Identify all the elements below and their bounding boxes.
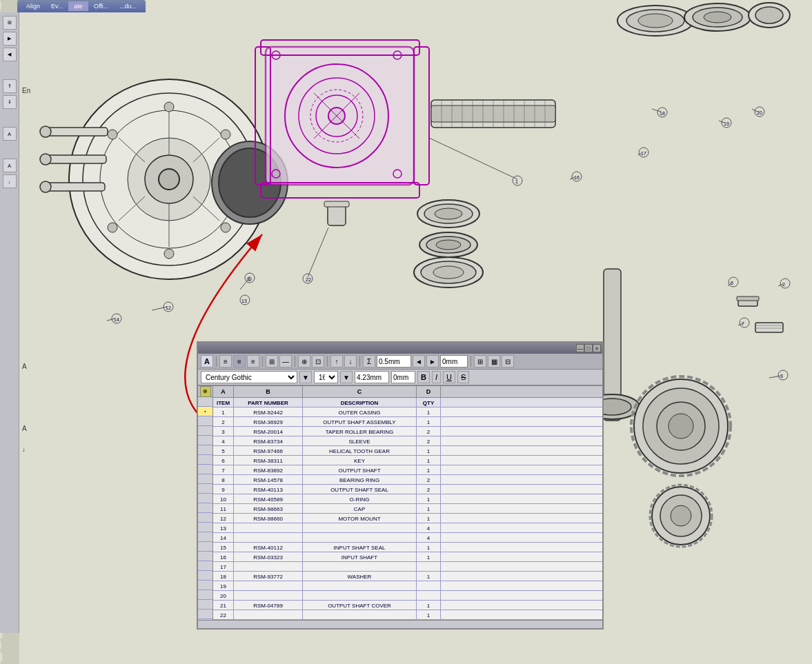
arrow-down-btn[interactable]: ↓ bbox=[344, 355, 357, 368]
stepper-up[interactable]: ► bbox=[426, 355, 439, 368]
sidebar-btn-8[interactable]: ↓ bbox=[3, 174, 17, 188]
sidebar-btn-1[interactable]: ⊞ bbox=[3, 16, 17, 30]
strikethrough-button[interactable]: S bbox=[457, 371, 469, 383]
svg-rect-61 bbox=[46, 128, 108, 136]
sidebar-btn-2[interactable]: ▶ bbox=[3, 32, 17, 46]
col-header-row: A B C D bbox=[213, 386, 602, 398]
sep5 bbox=[359, 356, 360, 367]
table-row[interactable]: 3 RSM-20014 TAPER ROLLER BEARING 2 bbox=[213, 427, 602, 436]
corner-grab[interactable]: ⊕ bbox=[200, 386, 211, 397]
table-row[interactable]: 2 RSM-36929 OUTPUT SHAFT ASSEMBLY 1 bbox=[213, 417, 602, 427]
font-size-select[interactable]: 16 bbox=[314, 371, 338, 383]
cell-part-10: RSM-46589 bbox=[234, 494, 303, 504]
row-numbers: ⊕ • bbox=[198, 386, 213, 620]
offset-input[interactable] bbox=[391, 371, 415, 383]
kerning-input[interactable] bbox=[440, 355, 468, 368]
table-row[interactable]: 10 RSM-46589 O-RING 1 bbox=[213, 494, 602, 504]
arrow-up-btn[interactable]: ↑ bbox=[330, 355, 343, 368]
panel-minimize-btn[interactable]: — bbox=[576, 344, 584, 352]
table-row[interactable]: 15 RSM-40112 INPUT SHAFT SEAL 1 bbox=[213, 543, 602, 552]
tab-ate[interactable]: ate bbox=[68, 1, 88, 11]
table-row[interactable]: 22 1 bbox=[213, 610, 602, 620]
header-qty-cell: QTY bbox=[417, 398, 441, 408]
tab-ev[interactable]: Ev... bbox=[46, 1, 68, 11]
rn-19 bbox=[198, 581, 212, 590]
table-row[interactable]: 11 RSM-98663 CAP 1 bbox=[213, 504, 602, 514]
sidebar-btn-3[interactable]: ◀ bbox=[3, 48, 17, 61]
table-row[interactable]: 8 RSM-14578 BEARING RING 2 bbox=[213, 475, 602, 485]
tab-align[interactable]: Align bbox=[21, 1, 46, 11]
cell-qty-19 bbox=[417, 581, 441, 591]
cell-part-11: RSM-98663 bbox=[234, 504, 303, 514]
sidebar-btn-4[interactable]: ⇑ bbox=[3, 79, 17, 93]
sidebar-btn-7[interactable]: A bbox=[3, 159, 17, 172]
table-style-btn2[interactable]: ▦ bbox=[488, 355, 500, 368]
line-spacing-input[interactable] bbox=[377, 355, 411, 368]
stepper-down[interactable]: ◄ bbox=[413, 355, 425, 368]
underline-button[interactable]: U bbox=[443, 371, 455, 383]
h-scrollbar[interactable] bbox=[198, 620, 602, 628]
svg-text:6: 6 bbox=[731, 281, 733, 285]
justify-btn[interactable]: ⊞ bbox=[266, 355, 278, 368]
cell-part-1: RSM-92442 bbox=[234, 408, 303, 417]
svg-point-74 bbox=[755, 7, 783, 23]
table-row[interactable]: 13 4 bbox=[213, 523, 602, 533]
sum-btn[interactable]: Σ bbox=[363, 355, 375, 368]
italic-button[interactable]: I bbox=[432, 371, 441, 383]
svg-text:⑮: ⑮ bbox=[247, 276, 252, 281]
minus-btn[interactable]: — bbox=[279, 355, 292, 368]
font-name-dropdown-btn[interactable]: ▼ bbox=[299, 371, 312, 383]
cell-part-22 bbox=[234, 610, 303, 620]
table-row[interactable]: 7 RSM-83892 OUTPUT SHAFT 1 bbox=[213, 465, 602, 475]
table-row[interactable]: 19 bbox=[213, 581, 602, 591]
cell-desc-8: BEARING RING bbox=[303, 475, 417, 485]
font-name-select[interactable]: Century Gothic bbox=[201, 371, 297, 383]
svg-point-81 bbox=[669, 414, 693, 439]
table-row[interactable]: 18 RSM-93772 WASHER 1 bbox=[213, 572, 602, 581]
table-row[interactable]: 5 RSM-97466 HELICAL TOOTH GEAR 1 bbox=[213, 446, 602, 456]
panel-titlebar[interactable]: — □ × bbox=[198, 343, 602, 354]
rn-22 bbox=[198, 610, 212, 619]
height-input[interactable] bbox=[355, 371, 389, 383]
table-row[interactable]: 12 RSM-98660 MOTOR MOUNT 1 bbox=[213, 514, 602, 523]
align-center-btn[interactable]: ≡ bbox=[233, 355, 246, 368]
svg-point-6 bbox=[159, 169, 179, 190]
sidebar-btn-5[interactable]: ⇓ bbox=[3, 95, 17, 109]
tab-offi[interactable]: Offi... bbox=[88, 1, 114, 11]
cell-qty-21: 1 bbox=[417, 601, 441, 610]
table-row[interactable]: 4 RSM-83734 SLEEVE 2 bbox=[213, 436, 602, 446]
sep3 bbox=[295, 356, 295, 367]
table-row[interactable]: 20 bbox=[213, 591, 602, 601]
cell-qty-7: 1 bbox=[417, 465, 441, 475]
cell-item-7: 7 bbox=[213, 465, 234, 475]
table-row[interactable]: 16 RSM-03323 INPUT SHAFT 1 bbox=[213, 552, 602, 562]
drawing-area: 1 22 12 14 ⑮ 13 6 7 3 2 bbox=[0, 0, 812, 664]
table-row[interactable]: 14 4 bbox=[213, 533, 602, 543]
tab-extra[interactable]: ...du... bbox=[114, 1, 142, 11]
bold-button[interactable]: B bbox=[417, 371, 430, 383]
table-header-data-row[interactable]: ITEM PART NUMBER DESCRIPTION QTY bbox=[213, 398, 602, 408]
font-size-dropdown-btn[interactable]: ▼ bbox=[340, 371, 353, 383]
sidebar-btn-6[interactable]: A bbox=[3, 127, 17, 141]
table-row[interactable]: 17 bbox=[213, 562, 602, 572]
panel-close-btn[interactable]: × bbox=[593, 344, 601, 352]
svg-text:↓: ↓ bbox=[22, 445, 26, 453]
symbol-btn1[interactable]: ⊕ bbox=[298, 355, 310, 368]
format-btn[interactable]: A bbox=[201, 355, 213, 368]
svg-point-57 bbox=[436, 240, 461, 250]
table-row[interactable]: 1 RSM-92442 OUTER CASING 1 bbox=[213, 408, 602, 417]
table-style-btn1[interactable]: ⊞ bbox=[474, 355, 486, 368]
cell-qty-1: 1 bbox=[417, 408, 441, 417]
table-row[interactable]: 9 RSM-40113 OUTPUT SHAFT SEAL 2 bbox=[213, 485, 602, 494]
bottom-plug bbox=[324, 201, 349, 225]
table-row[interactable]: 21 RSM-04789 OUTPUT SHAFT COVER 1 bbox=[213, 601, 602, 610]
table-style-btn3[interactable]: ⊟ bbox=[502, 355, 514, 368]
symbol-btn2[interactable]: ⊡ bbox=[312, 355, 324, 368]
align-right-btn[interactable]: ≡ bbox=[247, 355, 259, 368]
window-titlebar[interactable]: Align Ev... ate Offi... ...du... bbox=[17, 0, 146, 12]
panel-maximize-btn[interactable]: □ bbox=[584, 344, 593, 352]
table-row[interactable]: 6 RSM-38311 KEY 1 bbox=[213, 456, 602, 465]
align-left-btn[interactable]: ≡ bbox=[219, 355, 232, 368]
cell-item-22: 22 bbox=[213, 610, 234, 620]
svg-text:19: 19 bbox=[724, 121, 729, 126]
